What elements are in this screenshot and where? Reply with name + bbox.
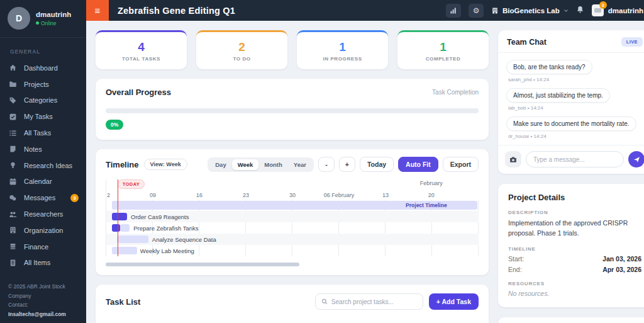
sidebar-item-label: Researchers <box>24 210 63 218</box>
org-dropdown[interactable]: BioGenetics Lab <box>491 7 569 14</box>
sidebar-item-dashboard[interactable]: Dashboard <box>0 60 86 76</box>
sidebar-item-categories[interactable]: Categories <box>0 93 86 109</box>
project-details-card: Project Details DESCRIPTION Implementati… <box>498 184 644 307</box>
gantt-date-tick: 06 February <box>324 192 355 198</box>
project-details-title: Project Details <box>508 193 641 202</box>
view-month-button[interactable]: Month <box>258 159 288 170</box>
notifications-button[interactable] <box>576 5 584 16</box>
bell-icon <box>576 5 584 14</box>
zoom-out-button[interactable]: - <box>318 157 335 172</box>
gantt-date-tick: 09 <box>150 192 156 198</box>
building-icon <box>491 7 499 14</box>
overall-progress-card: Overall Progress Task Completion 0% <box>96 79 489 140</box>
timeline-label: TIMELINE <box>508 246 641 252</box>
today-line <box>118 179 119 256</box>
gantt-date-tick: 2 <box>107 192 110 198</box>
chat-message-input[interactable] <box>526 151 624 167</box>
copyright-text: © 2025 ABR Joint Stock Company <box>8 282 81 300</box>
gear-icon: ⚙ <box>473 6 480 15</box>
task-search <box>315 293 423 310</box>
timeline-title: Timeline <box>106 160 139 169</box>
today-marker-badge: TODAY <box>118 179 145 189</box>
sidebar-item-researchers[interactable]: Researchers <box>0 206 86 222</box>
user-dropdown[interactable]: 3 dmautrinh <box>592 4 644 16</box>
sidebar-user-profile[interactable]: D dmautrinh Online <box>0 0 86 38</box>
org-name: BioGenetics Lab <box>502 7 560 14</box>
project-description: Implementation of the approved CRISPR pr… <box>508 218 641 239</box>
chat-message-meta: lab_bob • 14:24 <box>508 105 643 111</box>
gantt-date-tick: 23 <box>243 192 249 198</box>
gantt-chart: TODAY February 2 09 16 23 30 06 February… <box>106 179 479 256</box>
sidebar-section-label: GENERAL <box>0 38 86 60</box>
attach-photo-button[interactable] <box>505 151 521 167</box>
gantt-bar-prepare-tanks[interactable] <box>112 224 120 232</box>
sidebar-item-label: Organization <box>24 227 63 234</box>
gantt-bar-order-cas9[interactable] <box>112 213 126 220</box>
sidebar-item-all-items[interactable]: All Items <box>0 255 86 271</box>
app-root: D dmautrinh Online GENERAL Dashboard Pro… <box>0 0 644 323</box>
stat-label: TO DO <box>233 56 250 62</box>
stat-value: 2 <box>238 40 245 54</box>
sidebar-item-label: Research Ideas <box>24 162 72 169</box>
task-list-card: Task List + Add Task Order Cas <box>96 285 489 323</box>
stat-value: 1 <box>440 40 447 54</box>
chat-message-bubble: Almost, just stabilizing the temp. <box>506 88 610 103</box>
view-day-button[interactable]: Day <box>209 159 231 170</box>
add-task-button[interactable]: + Add Task <box>429 293 479 310</box>
gantt-date-tick: 16 <box>196 192 203 198</box>
gantt-bar-weekly-meeting[interactable] <box>112 247 136 254</box>
home-icon <box>9 64 17 72</box>
online-status: Online <box>36 20 71 26</box>
sidebar-item-my-tasks[interactable]: My Tasks <box>0 108 86 125</box>
sidebar-item-organization[interactable]: Organization <box>0 222 86 239</box>
gantt-bar-project-timeline[interactable]: Project Timeline <box>112 201 477 210</box>
sidebar-item-notes[interactable]: Notes <box>0 141 86 157</box>
view-year-button[interactable]: Year <box>288 159 312 170</box>
gantt-month-label: February <box>420 180 443 186</box>
gantt-row-analyze-data: Analyze Sequence Data <box>106 234 479 245</box>
timeline-card: Timeline View: Week Day Week Month Year … <box>96 149 489 275</box>
gantt-bar-analyze-data[interactable] <box>117 235 149 243</box>
stat-label: IN PROGRESS <box>323 56 362 62</box>
sidebar-item-research-ideas[interactable]: Research Ideas <box>0 157 86 174</box>
sidebar-item-calendar[interactable]: Calendar <box>0 174 86 190</box>
messages-badge: 3 <box>70 194 79 202</box>
sidebar-item-finance[interactable]: Finance <box>0 239 86 255</box>
page-title: Zebrafish Gene Editing Q1 <box>118 6 235 16</box>
archive-icon <box>9 259 17 267</box>
check-square-icon <box>9 113 17 121</box>
overall-progress-title: Overall Progress <box>106 88 171 97</box>
stat-label: TOTAL TASKS <box>122 56 160 62</box>
zoom-in-button[interactable]: + <box>339 157 355 172</box>
settings-button[interactable]: ⚙ <box>469 4 484 18</box>
view-week-button[interactable]: Week <box>232 159 259 170</box>
tag-icon <box>9 96 17 105</box>
sidebar-item-messages[interactable]: Messages 3 <box>0 190 86 206</box>
gantt-date-tick: 13 <box>382 192 389 198</box>
gantt-bar-prepare-tanks-extension[interactable] <box>120 224 129 232</box>
end-date-row: End: Apr 03, 2026 <box>508 266 641 273</box>
start-date-row: Start: Jan 03, 2026 <box>508 255 641 263</box>
folder-icon <box>9 80 17 88</box>
search-input[interactable] <box>331 298 417 305</box>
auto-fit-button[interactable]: Auto Fit <box>398 157 438 172</box>
sidebar-item-label: Dashboard <box>24 64 58 72</box>
chat-message-bubble: Make sure to document the mortality rate… <box>506 116 636 131</box>
gantt-row-label: Weekly Lab Meeting <box>140 247 194 254</box>
sidebar-item-label: Calendar <box>24 178 52 185</box>
topbar: ≡ Zebrafish Gene Editing Q1 ⚙ BioGenetic… <box>86 0 644 21</box>
today-button[interactable]: Today <box>360 157 394 172</box>
chart-view-button[interactable] <box>446 4 461 18</box>
chat-message-bubble: Bob, are the tanks ready? <box>506 60 592 74</box>
lightbulb-icon <box>9 161 17 169</box>
gantt-horizontal-scrollbar[interactable] <box>106 263 299 266</box>
team-chat-card: Team Chat LIVE Bob, are the tanks ready?… <box>498 30 644 174</box>
gantt-header: TODAY February 2 09 16 23 30 06 February… <box>106 179 479 200</box>
sidebar-item-projects[interactable]: Projects <box>0 76 86 93</box>
export-button[interactable]: Export <box>443 157 479 172</box>
view-segmented-control: Day Week Month Year <box>208 157 314 172</box>
sidebar-item-all-tasks[interactable]: All Tasks <box>0 125 86 141</box>
send-message-button[interactable] <box>628 151 644 167</box>
hamburger-menu-button[interactable]: ≡ <box>86 0 109 21</box>
gantt-date-tick: 30 <box>289 192 296 198</box>
